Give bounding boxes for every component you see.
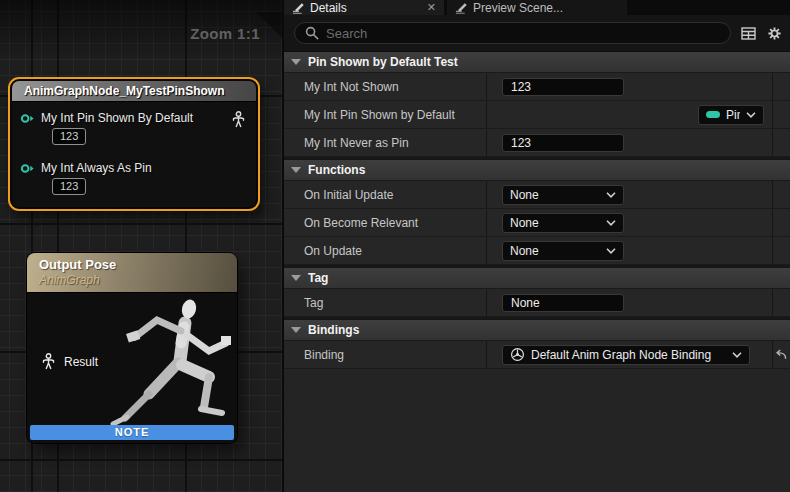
unreal-anim-blueprint-editor: Zoom 1:1 AnimGraphNode_MyTestPinShown My… xyxy=(0,0,790,492)
function-dropdown[interactable]: None xyxy=(502,213,624,233)
int-pin-icon[interactable] xyxy=(20,163,35,174)
output-pose-node[interactable]: Output Pose AnimGraph xyxy=(27,253,237,443)
node-body: AnimGraphNode_MyTestPinShown My Int Pin … xyxy=(12,81,256,207)
row-side-column xyxy=(772,209,790,236)
mannequin-preview-image xyxy=(105,297,235,429)
chevron-down-icon xyxy=(732,352,742,358)
tag-value-input[interactable]: None xyxy=(502,294,624,312)
property-label: My Int Not Shown xyxy=(284,73,487,100)
property-label: On Initial Update xyxy=(284,181,487,208)
category-pin-shown-by-default-test[interactable]: Pin Shown by Default Test xyxy=(284,52,790,73)
search-row xyxy=(284,15,790,52)
tab-details[interactable]: Details ✕ xyxy=(284,0,444,15)
row-side-column xyxy=(772,289,790,316)
int-value-input[interactable]: 123 xyxy=(502,78,624,96)
chevron-down-icon xyxy=(746,112,756,118)
display-filter-button[interactable] xyxy=(739,24,757,42)
property-row: Binding Default Anim Graph Node Binding xyxy=(284,341,790,369)
dropdown-value: None xyxy=(510,188,600,202)
row-side-column xyxy=(772,181,790,208)
tab-preview-scene[interactable]: Preview Scene... xyxy=(447,0,627,15)
pin-capsule-icon xyxy=(706,111,720,118)
pin-label: My Int Always As Pin xyxy=(41,161,152,175)
property-row: My Int Pin Shown by Default Pin xyxy=(284,101,790,129)
details-pencil-icon xyxy=(455,1,468,14)
chevron-expanded-icon xyxy=(291,275,301,281)
anim-graph-node-selected[interactable]: AnimGraphNode_MyTestPinShown My Int Pin … xyxy=(8,77,260,211)
tab-label: Details xyxy=(310,1,347,15)
gear-icon xyxy=(767,26,782,41)
dropdown-value: None xyxy=(510,244,600,258)
property-label: Binding xyxy=(284,341,487,368)
chevron-down-icon xyxy=(606,192,616,198)
property-label: My Int Pin Shown by Default xyxy=(284,101,487,128)
reset-to-default-icon[interactable] xyxy=(775,349,788,360)
chevron-expanded-icon xyxy=(291,167,301,173)
function-dropdown[interactable]: None xyxy=(502,185,624,205)
property-label: On Become Relevant xyxy=(284,209,487,236)
person-pose-icon[interactable] xyxy=(231,111,246,128)
property-row: On Initial Update None xyxy=(284,181,790,209)
binding-class-icon xyxy=(510,347,525,362)
property-row: Tag None xyxy=(284,289,790,317)
row-side-column xyxy=(772,101,790,128)
category-functions[interactable]: Functions xyxy=(284,160,790,181)
property-label: On Update xyxy=(284,237,487,264)
panel-tab-bar: Details ✕ Preview Scene... xyxy=(284,0,790,15)
row-side-column xyxy=(772,129,790,156)
property-row: On Update None xyxy=(284,237,790,265)
chevron-expanded-icon xyxy=(291,327,301,333)
search-box[interactable] xyxy=(294,22,731,44)
node-subtitle: AnimGraph xyxy=(39,273,237,287)
pin-default-value[interactable]: 123 xyxy=(52,128,86,145)
category-tag[interactable]: Tag xyxy=(284,268,790,289)
category-title: Bindings xyxy=(308,323,359,337)
node-title[interactable]: AnimGraphNode_MyTestPinShown xyxy=(12,81,256,102)
result-pin-label: Result xyxy=(64,355,98,369)
pin-row: My Int Always As Pin xyxy=(20,161,152,175)
int-value-input[interactable]: 123 xyxy=(502,134,624,152)
row-side-column xyxy=(772,73,790,100)
node-pin-area: My Int Pin Shown By Default 123 My Int A… xyxy=(12,102,256,206)
output-pose-body: Result xyxy=(27,293,237,430)
binding-dropdown[interactable]: Default Anim Graph Node Binding xyxy=(502,345,750,365)
close-icon[interactable]: ✕ xyxy=(427,2,436,13)
chevron-down-icon xyxy=(606,248,616,254)
property-row: My Int Not Shown 123 xyxy=(284,73,790,101)
int-pin-icon[interactable] xyxy=(20,113,35,124)
property-row: My Int Never as Pin 123 xyxy=(284,129,790,157)
category-bindings[interactable]: Bindings xyxy=(284,320,790,341)
category-title: Functions xyxy=(308,163,365,177)
anim-graph-canvas[interactable]: Zoom 1:1 AnimGraphNode_MyTestPinShown My… xyxy=(0,0,284,492)
property-row: On Become Relevant None xyxy=(284,209,790,237)
magnifier-icon xyxy=(305,26,319,40)
node-title: Output Pose xyxy=(39,257,237,272)
pin-label: My Int Pin Shown By Default xyxy=(41,111,193,125)
zoom-level-label: Zoom 1:1 xyxy=(190,25,260,42)
property-label: My Int Never as Pin xyxy=(284,129,487,156)
search-input[interactable] xyxy=(326,26,720,41)
property-list: Pin Shown by Default Test My Int Not Sho… xyxy=(284,52,790,492)
tab-label: Preview Scene... xyxy=(473,1,563,15)
chevron-down-icon xyxy=(606,220,616,226)
details-panel: Details ✕ Preview Scene... xyxy=(284,0,790,492)
function-dropdown[interactable]: None xyxy=(502,241,624,261)
dropdown-value: None xyxy=(510,216,600,230)
category-title: Tag xyxy=(308,271,328,285)
category-title: Pin Shown by Default Test xyxy=(308,55,458,69)
row-side-column xyxy=(772,237,790,264)
dropdown-value: Pin xyxy=(726,108,740,122)
note-bar[interactable]: NOTE xyxy=(30,425,234,440)
details-empty-area xyxy=(284,369,790,492)
result-pin[interactable]: Result xyxy=(41,353,98,370)
settings-button[interactable] xyxy=(765,24,783,42)
pin-row: My Int Pin Shown By Default xyxy=(20,111,193,125)
pin-mode-dropdown[interactable]: Pin xyxy=(698,105,764,125)
person-pose-icon xyxy=(41,353,56,370)
property-label: Tag xyxy=(284,289,487,316)
dropdown-value: Default Anim Graph Node Binding xyxy=(531,348,726,362)
table-grid-icon xyxy=(741,27,756,40)
pin-default-value[interactable]: 123 xyxy=(52,178,86,195)
chevron-expanded-icon xyxy=(291,59,301,65)
output-pose-header[interactable]: Output Pose AnimGraph xyxy=(27,253,237,293)
